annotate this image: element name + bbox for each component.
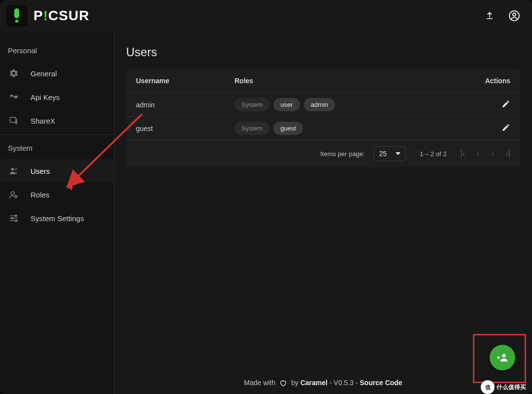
svg-point-10 <box>15 215 17 216</box>
logo[interactable]: P!CSUR <box>6 5 89 27</box>
svg-point-11 <box>11 217 13 219</box>
page-size-value: 25 <box>379 150 387 158</box>
watermark-icon: 值 <box>481 380 495 394</box>
page-title: Users <box>126 45 520 59</box>
tune-icon <box>9 213 19 223</box>
svg-point-12 <box>15 220 17 221</box>
sidebar-item-users[interactable]: Users <box>0 159 114 183</box>
cell-username: guest <box>136 125 234 132</box>
svg-rect-5 <box>10 117 16 122</box>
logo-icon <box>6 5 28 27</box>
table-header: Username Roles Actions <box>126 69 520 93</box>
first-page-icon: |‹ <box>460 149 465 158</box>
sidebar-item-api-keys[interactable]: Api Keys <box>0 85 114 109</box>
roles-icon <box>9 190 19 199</box>
svg-point-13 <box>502 354 506 358</box>
sidebar-item-roles[interactable]: Roles <box>0 183 114 206</box>
table-row: guest System guest <box>126 116 520 140</box>
add-user-fab[interactable] <box>490 345 515 370</box>
sidebar-item-label: System Settings <box>31 214 84 223</box>
last-page-icon: ›| <box>506 149 510 158</box>
svg-point-1 <box>15 20 18 23</box>
footer-source-link[interactable]: Source Code <box>360 379 402 387</box>
paginator: Items per page: 25 1 – 2 of 2 |‹ ‹ › ›| <box>126 140 520 167</box>
prev-page-button[interactable]: ‹ <box>477 149 479 158</box>
person-add-icon <box>497 352 508 363</box>
paginator-range: 1 – 2 of 2 <box>420 150 446 158</box>
first-page-button[interactable]: |‹ <box>460 149 465 158</box>
svg-point-8 <box>11 192 14 195</box>
edit-icon <box>501 99 510 108</box>
role-chip: admin <box>304 98 335 111</box>
sidebar-item-label: Roles <box>31 191 49 199</box>
footer: Made with by Caramel - V0.5.3 - Source C… <box>126 372 520 394</box>
page-size-select[interactable]: 25 <box>374 146 406 161</box>
watermark: 值 什么值得买 <box>481 380 526 394</box>
heart-icon <box>279 379 287 387</box>
sharex-icon <box>9 116 19 126</box>
cell-username: admin <box>136 101 234 109</box>
sidebar-section-system: System <box>0 137 114 159</box>
app-header: P!CSUR <box>0 0 532 32</box>
chevron-down-icon <box>396 152 400 155</box>
edit-user-button[interactable] <box>501 123 510 132</box>
gear-icon <box>9 68 19 78</box>
svg-rect-0 <box>14 8 19 18</box>
col-header-roles: Roles <box>234 77 471 85</box>
account-button[interactable] <box>508 10 520 22</box>
svg-point-7 <box>15 168 17 170</box>
upload-button[interactable] <box>485 11 495 21</box>
table-row: admin System user admin <box>126 93 520 116</box>
next-page-button[interactable]: › <box>491 149 494 158</box>
last-page-button[interactable]: ›| <box>506 149 510 158</box>
sidebar: Personal General Api Keys ShareX <box>0 32 114 394</box>
edit-user-button[interactable] <box>501 99 510 108</box>
users-table: Username Roles Actions admin System user… <box>126 69 520 167</box>
col-header-username: Username <box>136 77 234 85</box>
account-circle-icon <box>508 10 520 22</box>
sidebar-divider <box>0 134 114 135</box>
cell-roles: System guest <box>234 122 471 135</box>
paginator-label: Items per page: <box>320 150 365 158</box>
key-icon <box>9 92 19 102</box>
sidebar-item-general[interactable]: General <box>0 62 114 85</box>
sidebar-item-system-settings[interactable]: System Settings <box>0 206 114 230</box>
main-content: Users Username Roles Actions admin Syste… <box>114 32 532 394</box>
cell-roles: System user admin <box>234 98 471 111</box>
users-icon <box>9 166 19 176</box>
role-chip: System <box>234 122 269 135</box>
role-chip: guest <box>273 122 303 135</box>
role-chip: user <box>273 98 299 111</box>
chevron-left-icon: ‹ <box>477 149 479 158</box>
sidebar-item-sharex[interactable]: ShareX <box>0 109 114 132</box>
sidebar-item-label: Users <box>31 167 50 175</box>
col-header-actions: Actions <box>471 77 510 85</box>
chevron-right-icon: › <box>491 149 494 158</box>
sidebar-item-label: General <box>31 69 57 78</box>
sidebar-section-personal: Personal <box>0 39 114 62</box>
sidebar-item-label: ShareX <box>31 117 55 125</box>
svg-point-4 <box>11 97 12 98</box>
footer-author[interactable]: Caramel <box>300 379 328 387</box>
logo-text: P!CSUR <box>33 8 89 24</box>
svg-point-6 <box>11 168 14 171</box>
upload-icon <box>485 11 495 21</box>
svg-point-3 <box>513 13 516 16</box>
sidebar-item-label: Api Keys <box>31 93 60 101</box>
edit-icon <box>501 123 510 132</box>
role-chip: System <box>234 98 269 111</box>
